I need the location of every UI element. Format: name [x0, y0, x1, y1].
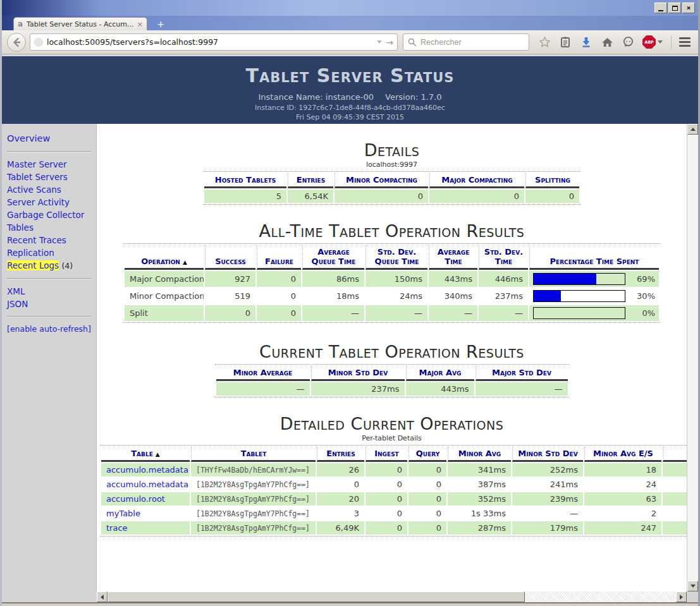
url-bar[interactable]: →	[30, 33, 398, 51]
url-dropdown-icon[interactable]	[377, 40, 382, 44]
column-header-minor-avg-es[interactable]: Minor Avg E/S	[584, 447, 661, 462]
downloads-icon[interactable]	[580, 36, 593, 49]
horizontal-scroll-thumb[interactable]	[107, 591, 525, 602]
search-input[interactable]	[421, 38, 524, 47]
operation-name: Split	[125, 305, 204, 321]
page-title: Tablet Server Status	[2, 56, 698, 87]
search-bar[interactable]	[403, 33, 529, 51]
sidebar-item-overview[interactable]: Overview	[7, 131, 96, 145]
minor-es-value: 2	[584, 507, 661, 520]
bookmark-star-icon[interactable]	[538, 36, 551, 49]
percentage-label: 0%	[630, 308, 655, 318]
column-header-major-avg[interactable]: Major Avg	[663, 447, 687, 462]
vertical-scrollbar[interactable]	[687, 124, 698, 591]
details-subtitle: localhost:9997	[97, 161, 687, 169]
table-row: myTable [1B2M2Y8AsgTpgAmY7PhCfg==] 3 0 0…	[101, 507, 687, 520]
details-title: Details	[97, 140, 687, 160]
bookmarks-clipboard-icon[interactable]	[559, 36, 572, 49]
sidebar-item-master-server[interactable]: Master Server	[7, 158, 96, 171]
column-header-success[interactable]: Success	[205, 245, 255, 270]
minimize-button[interactable]	[654, 3, 667, 13]
column-header-minor-std-dev[interactable]: Minor Std Dev	[311, 366, 405, 381]
table-link[interactable]: myTable	[106, 509, 140, 518]
column-header-std-dev-time[interactable]: Std. Dev. Time	[479, 245, 528, 270]
table-link[interactable]: accumulo.metadata	[106, 465, 188, 475]
column-header-average-queue-time[interactable]: Average Queue Time	[302, 245, 364, 270]
entries-value: 6,54K	[288, 190, 333, 203]
column-header-tablet[interactable]: Tablet	[191, 447, 316, 462]
column-header-minor-average[interactable]: Minor Average	[216, 366, 310, 381]
column-header-entries[interactable]: Entries	[288, 173, 333, 188]
query-value: 0	[408, 507, 446, 520]
column-header-entries[interactable]: Entries	[317, 447, 364, 462]
sidebar-item-server-activity[interactable]: Server Activity	[7, 196, 96, 209]
success-value: 519	[205, 288, 255, 304]
details-table: Hosted Tablets Entries Minor Compacting …	[203, 171, 580, 205]
column-header-operation[interactable]: Operation▲	[125, 245, 204, 270]
table-row: accumulo.metadata [1B2M2Y8AsgTpgAmY7PhCf…	[101, 478, 687, 491]
main-content: Details localhost:9997 Hosted Tablets En…	[97, 124, 687, 591]
column-header-major-avg[interactable]: Major Avg	[406, 366, 474, 381]
tab-close-icon[interactable]: ×	[137, 20, 143, 28]
sidebar-item-json[interactable]: JSON	[7, 298, 96, 310]
splitting-value: 0	[525, 190, 579, 203]
std-queue-value: —	[365, 305, 427, 321]
sidebar-item-xml[interactable]: XML	[7, 285, 96, 298]
home-icon[interactable]	[601, 36, 613, 49]
tab-tablet-server-status[interactable]: a Tablet Server Status - Accum... ×	[13, 17, 147, 30]
new-tab-button[interactable]: +	[152, 18, 169, 30]
arrow-up-icon	[691, 128, 696, 131]
sidebar-item-tablet-servers[interactable]: Tablet Servers	[7, 171, 96, 183]
back-button[interactable]	[7, 33, 26, 52]
scroll-down-button[interactable]	[687, 581, 698, 591]
table-row: 5 6,54K 0 0 0	[204, 190, 579, 203]
column-header-hosted-tablets[interactable]: Hosted Tablets	[204, 173, 286, 188]
sidebar-item-tables[interactable]: Tables	[7, 221, 96, 234]
sidebar-nav: Overview Master Server Tablet Servers Ac…	[2, 124, 97, 591]
hello-chat-icon[interactable]	[622, 36, 634, 49]
table-link[interactable]: accumulo.metadata	[106, 480, 188, 489]
column-header-average-time[interactable]: Average Time	[429, 245, 477, 270]
url-input[interactable]	[47, 37, 373, 47]
close-button[interactable]: ×	[682, 3, 695, 13]
column-header-std-dev-queue-time[interactable]: Std. Dev. Queue Time	[365, 245, 427, 270]
column-header-query[interactable]: Query	[408, 447, 446, 462]
table-link[interactable]: trace	[106, 523, 128, 533]
maximize-button[interactable]	[668, 3, 681, 13]
column-header-minor-compacting[interactable]: Minor Compacting	[335, 173, 428, 188]
percentage-cell: 69%	[529, 271, 659, 287]
window-controls: ×	[654, 3, 695, 13]
column-header-ingest[interactable]: Ingest	[365, 447, 407, 462]
column-header-major-std-dev[interactable]: Major Std Dev	[476, 366, 568, 381]
success-value: 927	[205, 271, 255, 287]
column-header-percentage-time-spent[interactable]: Percentage Time Spent	[529, 245, 659, 270]
scroll-right-button[interactable]	[676, 591, 687, 602]
column-header-splitting[interactable]: Splitting	[525, 173, 579, 188]
percentage-label: 69%	[630, 274, 655, 284]
failure-value: 0	[257, 305, 301, 321]
menu-button[interactable]	[679, 37, 691, 47]
table-link[interactable]: accumulo.root	[106, 494, 165, 504]
tablet-id: [1B2M2Y8AsgTpgAmY7PhCfg==]	[191, 492, 316, 506]
sidebar-item-garbage-collector[interactable]: Garbage Collector	[7, 209, 96, 221]
sidebar-item-active-scans[interactable]: Active Scans	[7, 183, 96, 196]
sidebar-item-replication[interactable]: Replication	[7, 246, 96, 259]
maximize-icon	[672, 6, 678, 11]
scroll-up-button[interactable]	[687, 124, 698, 135]
tab-title: Tablet Server Status - Accum...	[27, 20, 133, 28]
sidebar-item-recent-traces[interactable]: Recent Traces	[7, 234, 96, 246]
horizontal-scrollbar[interactable]	[97, 591, 687, 602]
column-header-table[interactable]: Table▲	[101, 447, 190, 462]
minor-std-value: 252ms	[512, 463, 583, 476]
scroll-left-button[interactable]	[97, 591, 107, 602]
enable-auto-refresh-link[interactable]: [enable auto-refresh]	[7, 323, 96, 336]
column-header-minor-avg[interactable]: Minor Avg	[448, 447, 511, 462]
column-header-failure[interactable]: Failure	[257, 245, 301, 270]
major-avg-value: 443ms	[406, 382, 474, 396]
avg-queue-value: —	[302, 305, 364, 321]
column-header-major-compacting[interactable]: Major Compacting	[429, 173, 524, 188]
adblock-plus-button[interactable]: ABP	[642, 35, 663, 49]
column-header-minor-std-dev[interactable]: Minor Std Dev	[512, 447, 583, 462]
go-arrow-icon[interactable]: →	[386, 38, 393, 47]
sidebar-item-recent-logs[interactable]: Recent Logs (4)	[7, 259, 96, 272]
